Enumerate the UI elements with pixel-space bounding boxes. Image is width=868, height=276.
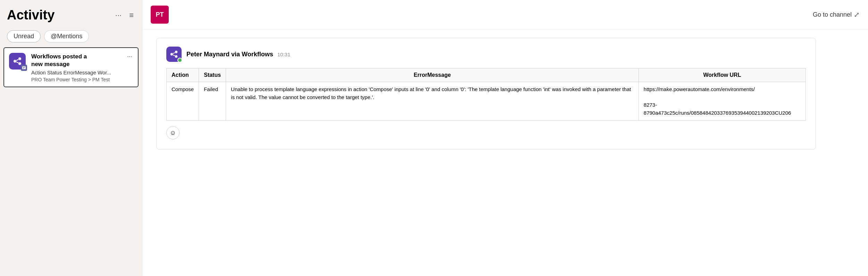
svg-line-4 [16,62,18,63]
svg-rect-5 [22,66,26,69]
filter-button[interactable]: ≡ [128,10,135,21]
activity-content: Workflows posted a new message ··· Actio… [31,53,133,82]
message-time: 10:31 [277,51,291,57]
tab-mentions[interactable]: @Mentions [44,30,89,42]
svg-rect-7 [23,68,24,69]
cell-status: Failed [199,82,226,121]
col-workflowurl: Workflow URL [639,68,806,82]
main-header: PT Go to channel ⤢ [142,0,868,30]
message-card: Peter Maynard via Workflows 10:31 Action… [156,38,816,149]
svg-line-11 [173,52,175,54]
main-header-right: Go to channel ⤢ [813,10,860,19]
svg-point-10 [175,55,177,58]
col-errormessage: ErrorMessage [226,68,639,82]
tab-unread[interactable]: Unread [7,30,41,42]
sidebar-actions: ··· ≡ [114,10,135,21]
sender-avatar [166,47,182,62]
sender-name: Peter Maynard via Workflows [186,51,273,58]
sidebar-title: Activity [7,8,55,23]
message-area: Peter Maynard via Workflows 10:31 Action… [142,30,868,276]
avatar-container [9,53,27,71]
activity-more-button[interactable]: ··· [126,53,133,60]
svg-point-0 [14,60,16,63]
add-reaction-button[interactable]: ☺ [166,126,180,139]
table-header-row: Action Status ErrorMessage Workflow URL [167,68,806,82]
svg-point-9 [175,51,177,53]
cell-url: https://make.powerautomate.com/environme… [639,82,806,121]
svg-point-8 [170,53,173,55]
message-table: Action Status ErrorMessage Workflow URL … [166,68,806,121]
activity-item[interactable]: Workflows posted a new message ··· Actio… [3,47,139,87]
svg-point-2 [18,62,21,65]
svg-line-3 [16,59,18,60]
main-content: PT Go to channel ⤢ [142,0,868,276]
col-action: Action [167,68,199,82]
activity-title: Workflows posted a new message [31,53,87,68]
emoji-reaction: ☺ [166,126,806,139]
more-options-button[interactable]: ··· [114,10,123,21]
cell-action: Compose [167,82,199,121]
online-indicator [177,58,182,63]
svg-rect-6 [23,67,25,68]
pt-avatar: PT [151,6,169,24]
message-sender-row: Peter Maynard via Workflows 10:31 [166,47,806,62]
filter-tabs: Unread @Mentions [0,28,142,47]
sender-info: Peter Maynard via Workflows 10:31 [186,51,290,58]
go-to-channel-button[interactable]: Go to channel ⤢ [813,10,860,19]
table-row: Compose Failed Unable to process templat… [167,82,806,121]
emoji-icon: ☺ [170,129,176,137]
svg-line-12 [173,55,175,56]
activity-channel: PRO Team Power Testing > PM Test [31,77,133,82]
sidebar: Activity ··· ≡ Unread @Mentions [0,0,142,276]
activity-content-header: Workflows posted a new message ··· [31,53,133,68]
svg-point-1 [18,57,21,60]
col-status: Status [199,68,226,82]
cell-error: Unable to process template language expr… [226,82,639,121]
activity-preview: Action Status ErrorMessage Wor... [31,70,133,75]
main-header-left: PT [151,6,169,24]
external-link-icon: ⤢ [854,10,860,19]
activity-badge [21,65,27,71]
sidebar-header: Activity ··· ≡ [0,0,142,28]
